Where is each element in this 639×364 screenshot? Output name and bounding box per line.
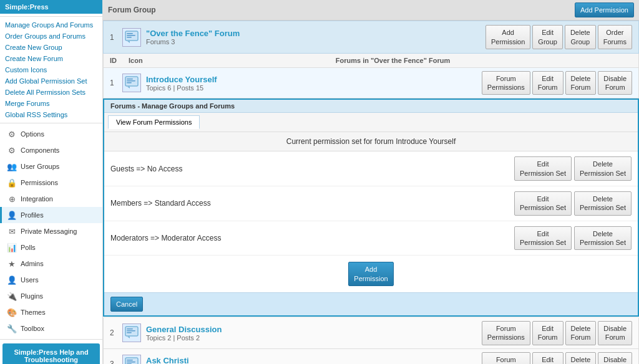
sidebar-item-components[interactable]: ⚙ Components xyxy=(0,142,102,158)
sidebar-link-delete-all[interactable]: Delete All Permission Sets xyxy=(0,87,102,98)
svg-rect-6 xyxy=(127,80,135,82)
sidebar-item-themes[interactable]: 🎨 Themes xyxy=(0,304,102,320)
forum-row-1-buttons: Forum Permissions Edit Forum Delete Foru… xyxy=(482,71,632,95)
delete-permission-members-button[interactable]: Delete Permission Set xyxy=(574,191,632,216)
forum-permissions-3-button[interactable]: Forum Permissions xyxy=(482,352,530,364)
forum-row-1-sub: Topics 6 | Posts 15 xyxy=(146,84,482,92)
sidebar-item-label-permissions: Permissions xyxy=(21,179,58,186)
sidebar-link-add-global[interactable]: Add Global Permission Set xyxy=(0,75,102,87)
delete-permission-moderators-button[interactable]: Delete Permission Set xyxy=(574,226,632,251)
delete-group-button[interactable]: Delete Group xyxy=(565,25,596,49)
delete-forum-3-button[interactable]: Delete Forum xyxy=(565,352,597,364)
permissions-panel-header: Forums - Manage Groups and Forums xyxy=(104,100,638,113)
sidebar-item-profiles[interactable]: 👤 Profiles xyxy=(0,207,102,223)
sidebar-link-rss[interactable]: Global RSS Settings xyxy=(0,109,102,120)
forum-group-info: "Over the Fence" Forum Forums 3 xyxy=(146,29,485,46)
sidebar-link-create-forum[interactable]: Create New Forum xyxy=(0,53,102,64)
forum-row-2-info: General Discussion Topics 2 | Posts 2 xyxy=(146,325,482,342)
sidebar-link-merge[interactable]: Merge Forums xyxy=(0,98,102,109)
options-icon: ⚙ xyxy=(7,129,17,139)
sidebar-item-plugins[interactable]: 🔌 Plugins xyxy=(0,288,102,304)
edit-group-button[interactable]: Edit Group xyxy=(532,25,563,49)
sidebar-item-integration[interactable]: ⊕ Integration xyxy=(0,191,102,207)
view-forum-permissions-tab[interactable]: View Forum Permissions xyxy=(108,115,200,129)
svg-rect-13 xyxy=(127,360,133,361)
edit-permission-members-button[interactable]: Edit Permission Set xyxy=(514,191,572,216)
components-icon: ⚙ xyxy=(7,145,17,155)
sidebar-item-label-integration: Integration xyxy=(21,195,53,203)
sidebar-link-create-group[interactable]: Create New Group xyxy=(0,42,102,53)
sidebar-item-user-groups[interactable]: 👥 User Groups xyxy=(0,158,102,175)
edit-forum-1-button[interactable]: Edit Forum xyxy=(532,71,563,95)
add-permission-row: Add Permission xyxy=(104,256,638,292)
disable-forum-2-button[interactable]: Disable Forum xyxy=(598,321,632,345)
sidebar-item-options[interactable]: ⚙ Options xyxy=(0,126,102,142)
add-permission-panel-button[interactable]: Add Permission xyxy=(348,262,393,286)
disable-forum-3-button[interactable]: Disable Forum xyxy=(598,352,632,364)
polls-icon: 📊 xyxy=(7,242,17,252)
permission-label-moderators: Moderators => Moderator Access xyxy=(110,234,514,242)
sidebar-item-label-polls: Polls xyxy=(21,244,36,251)
forum-row-1-title: Introduce Yourself xyxy=(146,75,482,84)
sidebar-item-permissions[interactable]: 🔒 Permissions xyxy=(0,175,102,191)
svg-rect-11 xyxy=(127,332,132,333)
sidebar-item-private-messaging[interactable]: ✉ Private Messaging xyxy=(0,223,102,239)
cancel-button[interactable]: Cancel xyxy=(110,297,143,312)
subforum-column-header: ID Icon Forums in "Over the Fence" Forum xyxy=(103,54,639,68)
plugins-icon: 🔌 xyxy=(7,291,17,301)
sidebar-help-button[interactable]: Simple:Press Help and Troubleshooting xyxy=(2,343,100,364)
sidebar-item-label-themes: Themes xyxy=(21,309,46,316)
section-title: Forums - Manage Groups and Forums xyxy=(110,102,235,110)
forum-row-1: 1 Introduce Yourself Topics 6 | Posts 15… xyxy=(103,68,639,99)
forum-permissions-1-button[interactable]: Forum Permissions xyxy=(482,71,530,95)
svg-rect-7 xyxy=(127,82,132,84)
sidebar-item-label-components: Components xyxy=(21,146,59,154)
sidebar-item-polls[interactable]: 📊 Polls xyxy=(0,239,102,256)
main-content: Forum Group Add Permission 1 "Over the F… xyxy=(103,0,639,364)
sidebar-header: Simple:Press xyxy=(0,0,102,14)
svg-rect-10 xyxy=(127,330,135,332)
forum-row-1-icon xyxy=(122,74,141,92)
forum-row-2-icon xyxy=(122,323,141,342)
add-permission-button[interactable]: Add Permission xyxy=(575,2,634,17)
order-forums-button[interactable]: Order Forums xyxy=(598,25,632,49)
edit-forum-2-button[interactable]: Edit Forum xyxy=(532,321,563,345)
permission-actions-members: Edit Permission Set Delete Permission Se… xyxy=(514,191,632,216)
sidebar-item-admins[interactable]: ★ Admins xyxy=(0,256,102,272)
forum-group-number: 1 xyxy=(110,33,122,42)
sidebar-link-order[interactable]: Order Groups and Forums xyxy=(0,31,102,42)
disable-forum-1-button[interactable]: Disable Forum xyxy=(598,71,632,95)
sidebar-item-label-users: Users xyxy=(21,276,39,284)
delete-permission-guests-button[interactable]: Delete Permission Set xyxy=(574,156,632,181)
forum-row-3: 3 Ask Christi Topics 1 | Posts 4 Forum P… xyxy=(103,349,639,364)
forum-group-sub: Forums 3 xyxy=(146,38,485,46)
sidebar-item-label-options: Options xyxy=(21,130,44,138)
top-bar: Forum Group Add Permission xyxy=(103,0,639,21)
svg-rect-9 xyxy=(127,328,133,330)
forum-permissions-2-button[interactable]: Forum Permissions xyxy=(482,321,530,345)
forum-group-icon xyxy=(122,28,141,47)
permission-label-guests: Guests => No Access xyxy=(110,165,514,173)
sidebar-item-label-plugins: Plugins xyxy=(21,292,43,300)
sidebar-help-label2: Troubleshooting xyxy=(7,356,95,363)
sidebar-item-users[interactable]: 👤 Users xyxy=(0,272,102,288)
sidebar-link-manage[interactable]: Manage Groups And Forums xyxy=(0,19,102,31)
sidebar-item-label-profiles: Profiles xyxy=(21,211,44,219)
edit-permission-moderators-button[interactable]: Edit Permission Set xyxy=(514,226,572,251)
cancel-bar: Cancel xyxy=(104,292,638,315)
permission-actions-moderators: Edit Permission Set Delete Permission Se… xyxy=(514,226,632,251)
delete-forum-2-button[interactable]: Delete Forum xyxy=(565,321,597,345)
forum-row-1-info: Introduce Yourself Topics 6 | Posts 15 xyxy=(146,75,482,92)
sidebar-link-custom[interactable]: Custom Icons xyxy=(0,64,102,75)
edit-forum-3-button[interactable]: Edit Forum xyxy=(532,352,563,364)
sidebar-item-toolbox[interactable]: 🔧 Toolbox xyxy=(0,320,102,337)
forum-row-2-number: 2 xyxy=(110,328,122,337)
edit-permission-guests-button[interactable]: Edit Permission Set xyxy=(514,156,572,181)
forum-row-2-sub: Topics 2 | Posts 2 xyxy=(146,334,482,342)
svg-rect-1 xyxy=(127,33,133,34)
col-icon-label: Icon xyxy=(129,57,154,64)
add-permission-group-button[interactable]: Add Permission xyxy=(485,25,530,49)
delete-forum-1-button[interactable]: Delete Forum xyxy=(565,71,597,95)
permissions-icon: 🔒 xyxy=(7,178,17,188)
forum-group-row: 1 "Over the Fence" Forum Forums 3 Add Pe… xyxy=(103,21,639,54)
